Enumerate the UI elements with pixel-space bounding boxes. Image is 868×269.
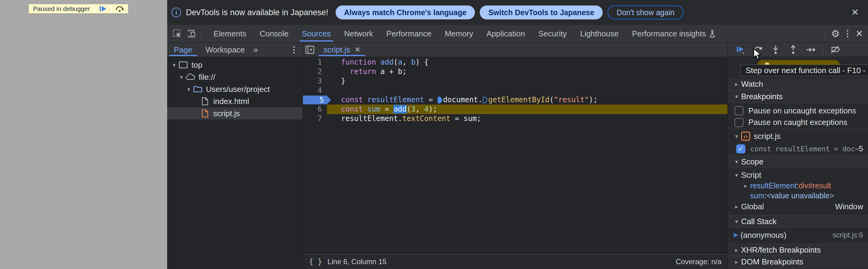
pretty-print-icon[interactable]: { }: [309, 258, 322, 266]
step-into-icon[interactable]: [770, 44, 781, 55]
tab-security[interactable]: Security: [532, 25, 574, 43]
debugger-toolbar: [728, 43, 868, 57]
pause-caught-label: Pause on caught exceptions: [748, 118, 847, 127]
breakpoint-entry-row[interactable]: ✓ const resultElement = doc⋯ 5: [728, 143, 868, 156]
scope-var-sum[interactable]: sum: <value unavailable>: [728, 191, 868, 201]
code-line-1: 1 function add(a, b) {: [303, 58, 727, 67]
tab-memory[interactable]: Memory: [438, 25, 480, 43]
global-label: Global: [741, 202, 764, 211]
toolbar-divider: [200, 29, 201, 38]
mouse-cursor: [753, 48, 764, 60]
resume-script-icon[interactable]: [735, 44, 746, 55]
breakpoint-checkbox[interactable]: ✓: [736, 144, 745, 154]
navigator-tab-workspace[interactable]: Workspace: [199, 43, 252, 57]
paused-call-token[interactable]: add: [394, 105, 406, 113]
navigator-tab-page[interactable]: Page: [167, 43, 199, 57]
notification-close-icon[interactable]: ✕: [850, 7, 860, 18]
dom-breakpoints-section-header[interactable]: ▸ DOM Breakpoints: [728, 256, 868, 268]
frame-location[interactable]: script.js:6: [833, 231, 868, 239]
more-options-kebab-icon[interactable]: ⋮: [842, 28, 853, 39]
tree-item-top[interactable]: ▾ top: [167, 59, 303, 71]
toggle-navigator-icon[interactable]: [303, 46, 317, 54]
var-value: div#result: [799, 181, 831, 190]
expand-triangle: ▸: [732, 203, 741, 210]
toggle-device-toolbar-icon[interactable]: [184, 25, 198, 43]
panel-tabs: Elements Console Sources Network Perform…: [207, 25, 722, 43]
call-stack-section-header[interactable]: ▾ Call Stack: [728, 215, 868, 227]
scope-global-row[interactable]: ▸ Global Window: [728, 201, 868, 212]
scope-script-row[interactable]: ▾ Script: [728, 169, 868, 181]
collapse-triangle: ▾: [732, 158, 741, 165]
scope-section-header[interactable]: ▾ Scope: [728, 156, 868, 168]
code-editor[interactable]: 1 function add(a, b) { 2 return a + b; 3…: [303, 57, 727, 254]
tab-network[interactable]: Network: [337, 25, 379, 43]
step-icon[interactable]: [805, 44, 816, 55]
close-file-tab-icon[interactable]: ✕: [354, 46, 361, 54]
scope-var-resultelement[interactable]: ▸ resultElement: div#result: [728, 181, 868, 191]
line-number[interactable]: 7: [303, 114, 327, 124]
tab-lighthouse[interactable]: Lighthouse: [573, 25, 625, 43]
expand-triangle[interactable]: ▾: [170, 61, 178, 69]
inline-hint-icon[interactable]: [438, 97, 442, 103]
line-number[interactable]: 6: [303, 105, 327, 114]
line-number[interactable]: 3: [303, 76, 327, 86]
collapse-triangle: ▾: [732, 172, 741, 179]
watch-section-header[interactable]: ▸ Watch: [728, 78, 868, 90]
step-over-icon: [115, 5, 124, 12]
call-stack-frame[interactable]: ➤ (anonymous) script.js:6: [728, 228, 868, 241]
always-match-language-button[interactable]: Always match Chrome's language: [336, 5, 475, 20]
switch-to-japanese-button[interactable]: Switch DevTools to Japanese: [480, 5, 603, 20]
line-number[interactable]: 1: [303, 58, 327, 67]
breakpoints-section-header[interactable]: ▾ Breakpoints: [728, 90, 868, 103]
inline-hint-icon[interactable]: [483, 97, 487, 103]
info-icon: i: [172, 7, 181, 17]
inspect-element-icon[interactable]: [170, 25, 184, 43]
tab-sources[interactable]: Sources: [295, 25, 337, 43]
line-number[interactable]: 2: [303, 67, 327, 76]
pause-caught-row: Pause on caught exceptions: [728, 117, 868, 129]
xhr-breakpoints-section-header[interactable]: ▸ XHR/fetch Breakpoints: [728, 244, 868, 256]
coverage-status: Coverage: n/a: [676, 258, 721, 266]
expand-triangle: ▸: [741, 182, 750, 189]
resume-icon: [99, 5, 107, 12]
breakpoint-file-group[interactable]: ▾ ‹› script.js: [728, 129, 868, 143]
dont-show-again-button[interactable]: Don't show again: [608, 5, 684, 20]
tab-performance[interactable]: Performance: [380, 25, 438, 43]
deactivate-breakpoints-icon[interactable]: [830, 44, 841, 55]
tree-label: Users/user/project: [206, 85, 270, 94]
tree-item-project-folder[interactable]: ▾ Users/user/project: [167, 83, 303, 95]
step-over-banner-button[interactable]: [111, 4, 128, 14]
collapse-triangle: ▾: [732, 218, 741, 225]
tree-item-script-js[interactable]: script.js: [167, 107, 303, 119]
toolbar-right-divider: [824, 29, 825, 38]
tab-performance-insights[interactable]: Performance insights: [625, 25, 722, 43]
collapse-triangle: ▸: [732, 81, 741, 88]
scope-label: Scope: [741, 157, 764, 166]
navigator-overflow-chevron[interactable]: »: [251, 45, 260, 55]
pause-uncaught-checkbox[interactable]: [735, 106, 744, 115]
tab-application[interactable]: Application: [480, 25, 531, 43]
notification-message: DevTools is now available in Japanese!: [186, 8, 328, 17]
editor-status-bar: { } Line 6, Column 15 Coverage: n/a: [303, 254, 727, 269]
line-number[interactable]: 5: [303, 95, 327, 105]
step-out-icon[interactable]: [788, 44, 799, 55]
tree-label: top: [191, 60, 202, 70]
tree-item-file-origin[interactable]: ▾ file://: [167, 71, 303, 83]
tab-elements[interactable]: Elements: [207, 25, 253, 43]
editor-file-tab[interactable]: script.js ✕: [318, 43, 366, 57]
navigator-kebab-icon[interactable]: ⋮: [289, 44, 300, 55]
collapse-triangle: ▸: [732, 259, 741, 265]
devtools-close-icon[interactable]: ✕: [855, 28, 864, 39]
resume-script-banner-button[interactable]: [94, 4, 111, 14]
settings-gear-icon[interactable]: ⚙: [830, 28, 841, 40]
code-line-3: 3 }: [303, 76, 727, 86]
expand-triangle[interactable]: ▾: [178, 74, 185, 81]
breakpoint-marker[interactable]: 5: [303, 96, 331, 104]
tab-console[interactable]: Console: [253, 25, 295, 43]
var-name: resultElement: [750, 181, 797, 190]
pause-caught-checkbox[interactable]: [735, 118, 744, 127]
line-number[interactable]: 4: [303, 86, 327, 95]
expand-triangle[interactable]: ▾: [185, 86, 193, 93]
tree-item-index-html[interactable]: index.html: [167, 95, 303, 107]
tree-label: script.js: [213, 109, 240, 118]
